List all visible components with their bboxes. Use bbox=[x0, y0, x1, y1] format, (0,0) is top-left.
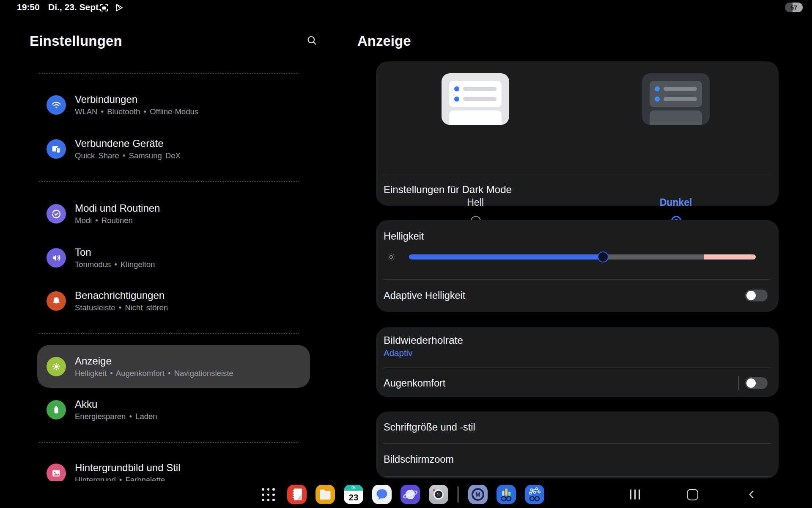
card-divider bbox=[384, 173, 771, 173]
item-sublabel: Tonmodus • Klingelton bbox=[75, 260, 155, 269]
adaptive-brightness-label: Adaptive Helligkeit bbox=[384, 290, 465, 301]
refresh-eyecomfort-card: Bildwiederholrate Adaptiv Augenkomfort bbox=[376, 327, 779, 397]
screen-zoom-row[interactable]: Bildschirmzoom bbox=[384, 453, 454, 465]
dark-mode-settings-row[interactable]: Einstellungen für Dark Mode bbox=[384, 184, 512, 196]
page-title: Anzeige bbox=[357, 33, 411, 49]
refresh-rate-value: Adaptiv bbox=[384, 348, 412, 358]
section-divider bbox=[39, 73, 299, 74]
item-label: Hintergrundbild und Stil bbox=[75, 462, 180, 473]
display-sun-icon bbox=[47, 357, 66, 376]
row-separator bbox=[738, 376, 739, 390]
preview-card bbox=[449, 110, 502, 125]
preview-card bbox=[650, 110, 702, 125]
item-label: Ton bbox=[75, 247, 155, 258]
refresh-rate-label: Bildwiederholrate bbox=[384, 334, 463, 346]
battery-indicator: 57 bbox=[785, 3, 803, 12]
card-divider bbox=[384, 443, 771, 444]
item-sublabel: Statusleiste • Nicht stören bbox=[75, 303, 168, 312]
speaker-icon bbox=[47, 248, 66, 268]
calendar-app-icon[interactable]: Di. 23 bbox=[344, 485, 363, 504]
wifi-icon bbox=[47, 95, 66, 115]
dark-mode-label[interactable]: Dunkel bbox=[642, 197, 710, 208]
calendar-weekday: Di. bbox=[344, 485, 363, 491]
item-label: Modi und Routinen bbox=[75, 203, 160, 214]
notes-app-icon[interactable] bbox=[287, 485, 307, 504]
sidebar-item-modes-routines[interactable]: Modi und Routinen Modi • Routinen bbox=[47, 202, 300, 226]
item-label: Anzeige bbox=[75, 356, 233, 367]
camera-app-icon[interactable] bbox=[429, 485, 448, 504]
item-sublabel: Helligkeit • Augenkomfort • Navigationsl… bbox=[75, 369, 233, 378]
dark-mode-card: Hell Dunkel Einstellungen für Dark Mode bbox=[376, 61, 779, 206]
search-button[interactable] bbox=[301, 30, 322, 51]
brightness-label: Helligkeit bbox=[384, 230, 424, 242]
toggle-knob bbox=[746, 378, 756, 388]
item-label: Akku bbox=[75, 399, 157, 410]
screenshot-icon bbox=[99, 3, 109, 13]
brightness-sun-icon bbox=[386, 252, 396, 262]
dark-mode-preview[interactable] bbox=[642, 73, 710, 125]
calendar-day: 23 bbox=[344, 491, 363, 504]
preview-card bbox=[449, 81, 502, 107]
recents-button[interactable] bbox=[626, 486, 643, 503]
internet-app-icon[interactable] bbox=[401, 485, 420, 504]
card-divider bbox=[384, 279, 771, 280]
clock: 19:50 bbox=[17, 2, 40, 12]
sidebar-item-connections[interactable]: Verbindungen WLAN • Bluetooth • Offline-… bbox=[47, 93, 300, 117]
devices-icon bbox=[47, 139, 66, 159]
m-logo-app-icon[interactable]: M bbox=[468, 485, 488, 504]
wallpaper-icon bbox=[47, 464, 66, 483]
card-divider bbox=[384, 367, 771, 367]
item-label: Benachrichtigungen bbox=[75, 290, 168, 301]
sidebar-item-notifications[interactable]: Benachrichtigungen Statusleiste • Nicht … bbox=[47, 289, 300, 313]
all-apps-button[interactable] bbox=[261, 487, 276, 502]
eye-comfort-toggle[interactable] bbox=[745, 377, 768, 389]
font-zoom-card: Schriftgröße und -stil Bildschirmzoom bbox=[376, 411, 779, 478]
status-bar: 19:50 Di., 23. Sept. 57 bbox=[0, 0, 812, 14]
section-divider bbox=[39, 181, 299, 182]
battery-icon bbox=[47, 400, 66, 420]
item-sublabel: WLAN • Bluetooth • Offline-Modus bbox=[75, 107, 198, 116]
sidebar-item-battery[interactable]: Akku Energiesparen • Laden bbox=[47, 398, 300, 422]
card-divider bbox=[384, 476, 771, 477]
brightness-slider-thumb[interactable] bbox=[598, 251, 609, 262]
routines-icon bbox=[47, 204, 66, 224]
item-label: Verbindungen bbox=[75, 94, 198, 105]
battery-percent: 57 bbox=[785, 3, 803, 12]
brightness-card: Helligkeit Adaptive Helligkeit bbox=[376, 220, 779, 312]
toggle-knob bbox=[746, 291, 756, 300]
stats-app-icon[interactable] bbox=[497, 485, 516, 504]
brightness-fill bbox=[409, 254, 603, 260]
home-icon bbox=[687, 489, 698, 500]
item-label: Verbundene Geräte bbox=[75, 138, 181, 149]
home-button[interactable] bbox=[684, 486, 701, 503]
item-sublabel: Energiesparen • Laden bbox=[75, 412, 157, 421]
search-icon bbox=[306, 35, 318, 46]
recents-icon bbox=[630, 489, 640, 500]
back-icon bbox=[746, 489, 757, 500]
adaptive-brightness-toggle[interactable] bbox=[745, 290, 768, 301]
play-store-icon bbox=[114, 3, 124, 13]
light-mode-preview[interactable] bbox=[442, 73, 509, 125]
bell-icon bbox=[47, 291, 66, 311]
brightness-slider[interactable] bbox=[409, 254, 756, 260]
sidebar-item-sound[interactable]: Ton Tonmodus • Klingelton bbox=[47, 246, 300, 270]
messages-app-icon[interactable] bbox=[372, 485, 392, 504]
section-divider bbox=[39, 442, 299, 443]
taskbar-divider bbox=[458, 486, 458, 502]
my-files-app-icon[interactable] bbox=[315, 485, 335, 504]
settings-title: Einstellungen bbox=[30, 33, 122, 49]
section-divider bbox=[39, 333, 299, 334]
back-button[interactable] bbox=[743, 486, 760, 503]
sidebar-item-display[interactable]: Anzeige Helligkeit • Augenkomfort • Navi… bbox=[47, 355, 300, 378]
network-app-icon[interactable] bbox=[525, 485, 544, 504]
sidebar-item-connected-devices[interactable]: Verbundene Geräte Quick Share • Samsung … bbox=[47, 137, 300, 161]
font-size-row[interactable]: Schriftgröße und -stil bbox=[384, 421, 475, 433]
extra-brightness-zone bbox=[704, 254, 756, 260]
item-sublabel: Modi • Routinen bbox=[75, 216, 160, 225]
date: Di., 23. Sept. bbox=[48, 2, 101, 12]
light-mode-label[interactable]: Hell bbox=[442, 197, 509, 208]
item-sublabel: Quick Share • Samsung DeX bbox=[75, 151, 181, 160]
eye-comfort-label: Augenkomfort bbox=[384, 377, 445, 389]
preview-card bbox=[650, 81, 702, 107]
taskbar: Di. 23 M bbox=[0, 481, 812, 508]
